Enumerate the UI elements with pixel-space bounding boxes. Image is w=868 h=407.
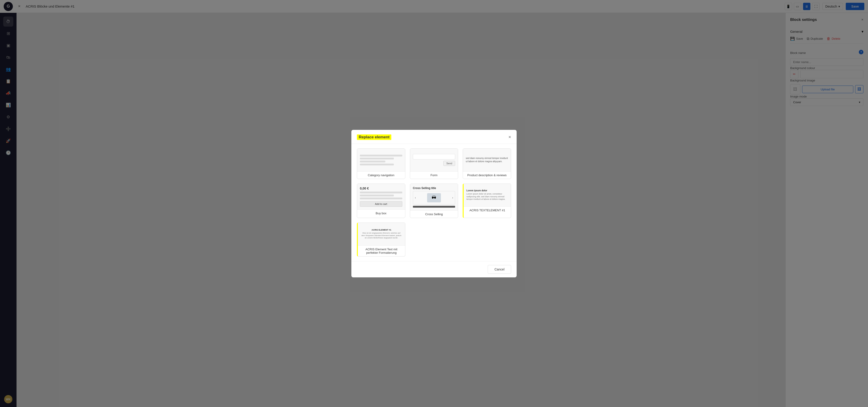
- element-card-buy-box[interactable]: 0,00 € Add to cart Buy box: [357, 184, 405, 218]
- preview-text-block: Lorem ipsum dolor Lorem ipsum dolor sit …: [466, 189, 508, 201]
- preview-acris-element: ACRIS ELEMENT #1 Dies ist ein angepasste…: [361, 229, 402, 239]
- card-label-cross-selling: Cross Selling: [410, 211, 458, 218]
- card-preview-cross-selling: Cross Selling title ‹ 🕶 ›: [410, 184, 458, 211]
- cancel-button[interactable]: Cancel: [488, 265, 511, 274]
- card-preview-category-nav: [357, 149, 405, 171]
- modal-body: Category navigation Send Form: [351, 144, 517, 261]
- modal-title: Replace element: [357, 134, 391, 140]
- preview-acris-title: ACRIS ELEMENT #1: [372, 229, 391, 231]
- card-label-product-desc: Product description & reviews: [463, 171, 511, 179]
- preview-lines: [360, 155, 402, 165]
- preview-add-to-cart: Add to cart: [360, 201, 402, 207]
- preview-line: [360, 164, 394, 165]
- preview-line: [360, 194, 394, 196]
- preview-cross-sell: Cross Selling title ‹ 🕶 ›: [413, 187, 455, 208]
- element-card-product-desc[interactable]: sed diam nonumy eirmod tempor invidunt u…: [463, 149, 511, 179]
- card-preview-buy-box: 0,00 € Add to cart: [357, 184, 405, 210]
- card-preview-acris-element-text: ACRIS ELEMENT #1 Dies ist ein angepasste…: [358, 223, 405, 246]
- preview-text-title: Lorem ipsum dolor: [466, 189, 508, 192]
- carousel-prev-icon: ‹: [415, 196, 416, 199]
- preview-cs-bar: [413, 206, 455, 208]
- card-label-form: Form: [410, 171, 458, 179]
- carousel-next-icon: ›: [452, 196, 453, 199]
- preview-line: [360, 161, 385, 162]
- card-label-acris-textelement: ACRIS TEXTELEMENT #1: [464, 207, 511, 214]
- preview-form: Send: [413, 154, 455, 166]
- card-label-acris-element-text: ACRIS Element Text mit perfekter Formati…: [358, 246, 405, 256]
- modal-overlay: Replace element × Category navigation: [0, 0, 868, 407]
- element-card-category-nav[interactable]: Category navigation: [357, 149, 405, 179]
- element-card-form[interactable]: Send Form: [410, 149, 458, 179]
- card-label-category-nav: Category navigation: [357, 171, 405, 179]
- modal-close-button[interactable]: ×: [508, 134, 511, 140]
- replace-element-modal: Replace element × Category navigation: [351, 130, 517, 277]
- card-preview-acris-textelement: Lorem ipsum dolor Lorem ipsum dolor sit …: [464, 184, 511, 207]
- preview-line: [360, 155, 402, 156]
- preview-lines: [360, 192, 402, 199]
- sunglasses-image: 🕶: [427, 193, 441, 202]
- preview-cs-title: Cross Selling title: [413, 187, 455, 190]
- form-send-preview: Send: [443, 161, 455, 166]
- preview-line: [360, 192, 402, 193]
- element-card-acris-textelement[interactable]: Lorem ipsum dolor Lorem ipsum dolor sit …: [463, 184, 511, 218]
- preview-acris-text: Dies ist ein angepasstes Element, welche…: [361, 232, 402, 239]
- element-card-acris-element-text[interactable]: ACRIS ELEMENT #1 Dies ist ein angepasste…: [357, 223, 405, 256]
- form-input-preview: [413, 154, 455, 159]
- preview-product-desc: sed diam nonumy eirmod tempor invidunt u…: [466, 157, 508, 163]
- preview-cs-carousel: ‹ 🕶 ›: [413, 191, 455, 205]
- preview-price: 0,00 €: [360, 187, 402, 190]
- modal-header: Replace element ×: [351, 130, 517, 144]
- preview-text-desc: Lorem ipsum dolor sit amet, consetetur s…: [466, 193, 508, 201]
- elements-grid: Category navigation Send Form: [357, 149, 511, 256]
- preview-line: [360, 158, 394, 159]
- preview-buybox: 0,00 € Add to cart: [360, 187, 402, 207]
- modal-footer: Cancel: [351, 261, 517, 277]
- element-card-cross-selling[interactable]: Cross Selling title ‹ 🕶 › Cross Selling: [410, 184, 458, 218]
- preview-product-text: sed diam nonumy eirmod tempor invidunt u…: [466, 157, 508, 163]
- preview-line: [360, 197, 402, 199]
- card-preview-form: Send: [410, 149, 458, 171]
- card-label-buy-box: Buy box: [357, 210, 405, 217]
- card-preview-product-desc: sed diam nonumy eirmod tempor invidunt u…: [463, 149, 511, 171]
